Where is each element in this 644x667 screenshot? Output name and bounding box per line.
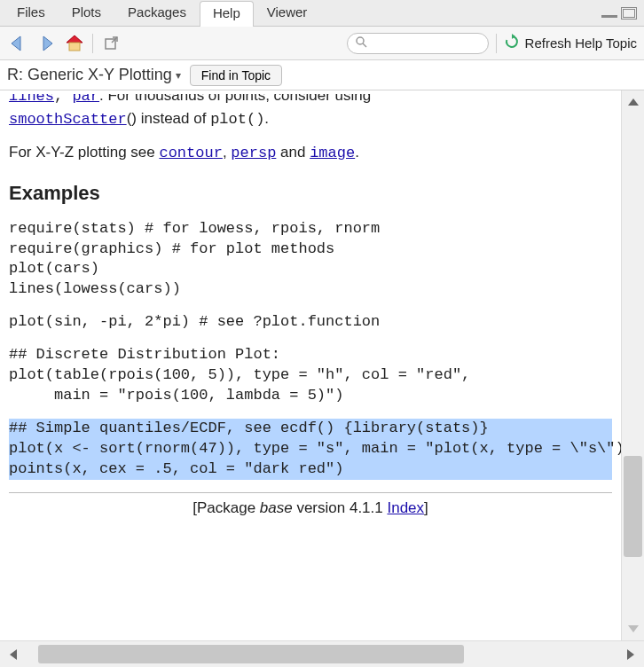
popout-button[interactable] xyxy=(100,33,122,54)
tab-files[interactable]: Files xyxy=(4,0,59,26)
help-topic-title: R: Generic X-Y Plotting xyxy=(7,66,172,84)
help-content: lines, par. For thousands of points, con… xyxy=(0,90,621,640)
back-button[interactable] xyxy=(7,33,28,54)
svg-marker-10 xyxy=(628,625,639,632)
example-code-4-selected[interactable]: ## Simple quantiles/ECDF, see ecdf() {li… xyxy=(9,419,612,480)
home-button[interactable] xyxy=(64,33,85,54)
link-image[interactable]: image xyxy=(310,145,355,161)
paragraph-xyz: For X-Y-Z plotting see contour, persp an… xyxy=(9,143,612,164)
scroll-left-arrow[interactable] xyxy=(0,641,27,667)
svg-marker-1 xyxy=(43,36,52,51)
svg-marker-0 xyxy=(12,36,20,51)
hscroll-thumb[interactable] xyxy=(38,645,464,663)
svg-marker-2 xyxy=(67,35,82,43)
paragraph-smoothscatter: smoothScatter() instead of plot(). xyxy=(9,109,612,130)
svg-point-6 xyxy=(357,37,364,44)
find-in-topic-button[interactable]: Find in Topic xyxy=(190,65,282,86)
help-search-box[interactable] xyxy=(347,33,489,54)
svg-marker-9 xyxy=(628,98,639,106)
help-breadcrumb-row: R: Generic X-Y Plotting ▾ Find in Topic xyxy=(0,60,644,90)
refresh-help-label: Refresh Help Topic xyxy=(525,35,637,51)
tab-help[interactable]: Help xyxy=(200,1,254,27)
toolbar-divider xyxy=(92,34,93,53)
link-contour[interactable]: contour xyxy=(159,145,222,161)
pane-maximize-icon[interactable] xyxy=(621,7,637,20)
scroll-down-arrow[interactable] xyxy=(622,617,645,640)
refresh-icon xyxy=(504,34,520,52)
hscroll-track[interactable] xyxy=(27,641,617,667)
help-footer: [Package base version 4.1.1 Index] xyxy=(9,498,612,519)
pane-minimize-icon[interactable] xyxy=(601,15,617,18)
svg-marker-11 xyxy=(10,649,17,660)
vscroll-track[interactable] xyxy=(622,114,644,617)
help-search-input[interactable] xyxy=(373,36,481,50)
example-code-1[interactable]: require(stats) # for lowess, rpois, rnor… xyxy=(9,219,612,301)
toolbar-divider-2 xyxy=(496,34,497,53)
scroll-right-arrow[interactable] xyxy=(617,641,644,667)
help-toolbar: Refresh Help Topic xyxy=(0,27,644,60)
caret-down-icon: ▾ xyxy=(176,69,181,82)
svg-line-7 xyxy=(363,43,366,47)
horizontal-scrollbar[interactable] xyxy=(0,640,644,667)
pane-tabstrip: Files Plots Packages Help Viewer xyxy=(0,0,644,27)
tab-viewer[interactable]: Viewer xyxy=(254,0,321,26)
heading-examples: Examples xyxy=(9,180,612,207)
link-lines[interactable]: lines xyxy=(9,94,54,105)
link-index[interactable]: Index xyxy=(387,499,424,516)
link-smoothscatter[interactable]: smoothScatter xyxy=(9,111,127,128)
example-code-3[interactable]: ## Discrete Distribution Plot: plot(tabl… xyxy=(9,345,612,406)
search-icon xyxy=(355,35,367,51)
vscroll-thumb[interactable] xyxy=(624,456,642,557)
link-par[interactable]: par xyxy=(72,94,99,105)
vertical-scrollbar[interactable] xyxy=(621,90,644,640)
truncated-prev-line: lines, par. For thousands of points, con… xyxy=(9,94,612,106)
svg-marker-12 xyxy=(627,649,634,660)
tab-packages[interactable]: Packages xyxy=(114,0,200,26)
refresh-help-button[interactable]: Refresh Help Topic xyxy=(504,34,637,52)
example-code-2[interactable]: plot(sin, -pi, 2*pi) # see ?plot.functio… xyxy=(9,312,612,333)
svg-line-5 xyxy=(112,37,117,43)
svg-rect-3 xyxy=(69,43,80,51)
scroll-up-arrow[interactable] xyxy=(622,90,645,114)
forward-button[interactable] xyxy=(35,33,57,54)
footer-package-name: base xyxy=(260,499,293,516)
help-topic-dropdown[interactable]: R: Generic X-Y Plotting ▾ xyxy=(7,66,181,84)
footer-divider xyxy=(9,492,612,493)
tab-plots[interactable]: Plots xyxy=(59,0,114,26)
link-persp[interactable]: persp xyxy=(231,145,276,161)
